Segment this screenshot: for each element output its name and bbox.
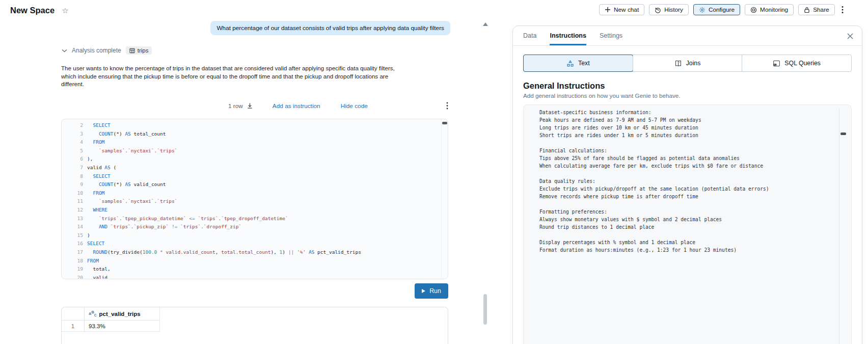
monitoring-label: Monitoring [760, 6, 788, 13]
result-kebab-menu[interactable] [446, 102, 448, 110]
general-instructions-text: Dataset-specific business information: P… [524, 105, 851, 257]
share-button[interactable]: Share [798, 4, 834, 15]
joins-icon [674, 60, 682, 67]
new-chat-label: New chat [614, 6, 639, 13]
play-icon [422, 289, 425, 293]
analysis-status-row: Analysis complete trips [62, 46, 152, 55]
toolbar-kebab-menu[interactable] [839, 5, 846, 15]
share-label: Share [813, 6, 829, 13]
chevron-down-icon[interactable] [62, 49, 67, 52]
results-column-header[interactable]: ABC pct_valid_trips [85, 307, 160, 321]
code-lines: 2 SELECT3 COUNT(*) AS total_count4 FROM5… [62, 121, 448, 279]
history-label: History [664, 6, 683, 13]
segment-joins-label: Joins [686, 60, 701, 67]
tab-instructions[interactable]: Instructions [550, 32, 586, 45]
scroll-up-arrow[interactable] [483, 22, 488, 26]
gear-icon [699, 7, 706, 13]
results-cell-value: 93.3% [85, 321, 160, 332]
analysis-explanation: The user wants to know the percentage of… [61, 64, 395, 88]
history-icon [655, 7, 661, 13]
configure-panel-tabs: Data Instructions Settings [513, 26, 862, 45]
tab-settings[interactable]: Settings [600, 32, 622, 45]
row-count-label: 1 row [228, 102, 243, 110]
run-label: Run [429, 287, 441, 295]
instruction-type-segmented-control: Text Joins SQL Queries [523, 55, 852, 72]
chat-scrollbar-thumb[interactable] [483, 294, 487, 325]
general-instructions-subtitle: Add general instructions on how you want… [523, 92, 852, 99]
tabs-divider [513, 45, 862, 46]
history-button[interactable]: History [649, 4, 689, 15]
string-type-icon: ABC [89, 310, 97, 317]
add-as-instruction-link[interactable]: Add as instruction [273, 102, 320, 110]
results-row-number: 1 [62, 321, 85, 332]
results-table: ABC pct_valid_trips 1 93.3% [61, 307, 448, 344]
close-icon[interactable] [847, 33, 854, 40]
table-chip-trips[interactable]: trips [126, 46, 152, 55]
segment-sql-queries-label: SQL Queries [784, 60, 821, 67]
textarea-scrollbar [839, 108, 846, 344]
run-button[interactable]: Run [415, 283, 448, 299]
analysis-status-label: Analysis complete [72, 47, 121, 54]
page-title: New Space ☆ [10, 6, 69, 15]
table-chip-label: trips [138, 47, 149, 54]
tab-data[interactable]: Data [523, 32, 536, 45]
new-chat-button[interactable]: New chat [599, 4, 644, 15]
top-toolbar: New chat History Configure Monitoring Sh… [599, 4, 846, 15]
segment-sql-queries[interactable]: SQL Queries [742, 55, 851, 71]
lock-icon [804, 7, 810, 13]
row-count: 1 row [228, 102, 253, 110]
segment-joins[interactable]: Joins [633, 55, 742, 71]
monitoring-icon [750, 7, 757, 13]
space-title: New Space [10, 6, 55, 15]
textarea-scrollbar-thumb[interactable] [840, 133, 846, 135]
sql-queries-icon [773, 60, 780, 67]
results-column-name: pct_valid_trips [99, 311, 141, 317]
code-scrollbar-thumb[interactable] [442, 122, 447, 124]
favorite-star-icon[interactable]: ☆ [62, 6, 68, 15]
general-instructions-title: General Instructions [523, 81, 852, 91]
sql-code-block[interactable]: 2 SELECT3 COUNT(*) AS total_count4 FROM5… [61, 119, 448, 279]
hide-code-link[interactable]: Hide code [341, 102, 368, 110]
monitoring-button[interactable]: Monitoring [745, 4, 794, 15]
configure-panel: Data Instructions Settings Text [512, 25, 862, 344]
plus-icon [605, 7, 611, 13]
result-actions-row: 1 row Add as instruction Hide code [228, 102, 448, 110]
results-corner-cell [62, 307, 85, 321]
configure-label: Configure [709, 6, 735, 13]
download-icon[interactable] [247, 102, 253, 109]
user-message-bubble: What percentage of our dataset consists … [210, 21, 450, 35]
segment-text-label: Text [578, 60, 590, 67]
segment-text[interactable]: Text [524, 55, 633, 71]
table-icon [129, 48, 135, 54]
text-instructions-icon [566, 60, 574, 67]
general-instructions-textarea[interactable]: Dataset-specific business information: P… [523, 104, 852, 344]
code-scrollbar [441, 119, 448, 279]
configure-button[interactable]: Configure [693, 4, 740, 15]
